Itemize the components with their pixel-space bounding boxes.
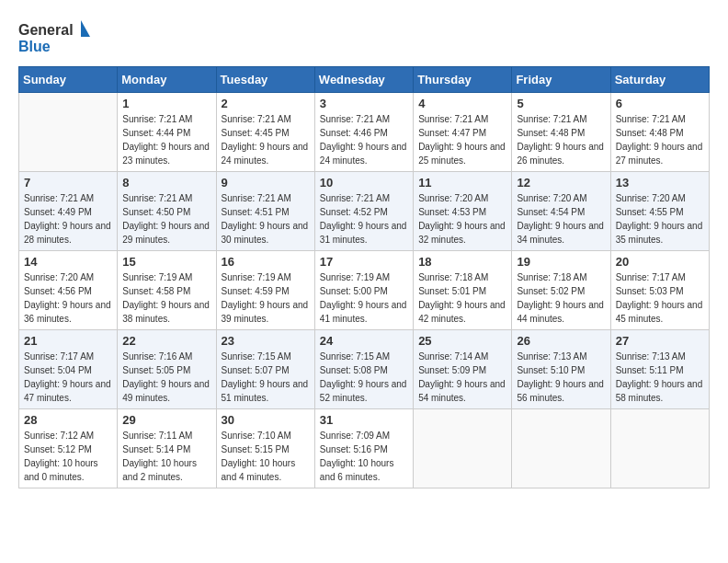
day-number: 8: [122, 176, 210, 190]
day-detail: Sunrise: 7:21 AMSunset: 4:49 PMDaylight:…: [24, 191, 112, 247]
day-number: 6: [616, 97, 704, 110]
calendar-day-cell: 5Sunrise: 7:21 AMSunset: 4:48 PMDaylight…: [512, 93, 610, 172]
day-number: 19: [517, 255, 605, 269]
day-number: 30: [222, 413, 310, 427]
day-detail: Sunrise: 7:14 AMSunset: 5:09 PMDaylight:…: [418, 350, 506, 405]
calendar-day-cell: 26Sunrise: 7:13 AMSunset: 5:10 PMDayligh…: [512, 330, 610, 409]
calendar-day-cell: 8Sunrise: 7:21 AMSunset: 4:50 PMDaylight…: [118, 172, 216, 251]
calendar-day-cell: 12Sunrise: 7:20 AMSunset: 4:54 PMDayligh…: [512, 172, 610, 251]
day-number: 24: [320, 334, 408, 348]
calendar-day-cell: 9Sunrise: 7:21 AMSunset: 4:51 PMDaylight…: [216, 172, 314, 251]
calendar-table: SundayMondayTuesdayWednesdayThursdayFrid…: [18, 66, 710, 488]
day-detail: Sunrise: 7:16 AMSunset: 5:05 PMDaylight:…: [122, 350, 210, 405]
day-number: 14: [24, 255, 112, 269]
day-detail: Sunrise: 7:13 AMSunset: 5:10 PMDaylight:…: [517, 350, 605, 405]
day-number: 5: [517, 97, 605, 110]
day-detail: Sunrise: 7:21 AMSunset: 4:44 PMDaylight:…: [122, 112, 210, 167]
day-number: 11: [418, 176, 506, 190]
day-detail: Sunrise: 7:17 AMSunset: 5:04 PMDaylight:…: [24, 350, 112, 405]
calendar-day-cell: 23Sunrise: 7:15 AMSunset: 5:07 PMDayligh…: [216, 330, 314, 409]
day-of-week-header: Thursday: [414, 67, 512, 93]
day-detail: Sunrise: 7:19 AMSunset: 4:58 PMDaylight:…: [122, 270, 210, 326]
day-number: 18: [418, 255, 506, 269]
day-detail: Sunrise: 7:09 AMSunset: 5:16 PMDaylight:…: [320, 429, 408, 484]
calendar-day-cell: 27Sunrise: 7:13 AMSunset: 5:11 PMDayligh…: [610, 330, 709, 409]
calendar-day-cell: 29Sunrise: 7:11 AMSunset: 5:14 PMDayligh…: [118, 409, 216, 488]
day-detail: Sunrise: 7:20 AMSunset: 4:56 PMDaylight:…: [24, 270, 112, 326]
day-detail: Sunrise: 7:21 AMSunset: 4:48 PMDaylight:…: [517, 112, 605, 167]
calendar-day-cell: 21Sunrise: 7:17 AMSunset: 5:04 PMDayligh…: [19, 330, 118, 409]
day-number: 29: [122, 413, 210, 427]
day-number: 7: [24, 176, 112, 190]
day-detail: Sunrise: 7:21 AMSunset: 4:46 PMDaylight:…: [320, 112, 408, 167]
day-detail: Sunrise: 7:10 AMSunset: 5:15 PMDaylight:…: [222, 429, 310, 484]
svg-text:Blue: Blue: [18, 39, 51, 54]
day-number: 21: [24, 334, 112, 348]
svg-text:General: General: [18, 22, 74, 38]
day-number: 28: [24, 413, 112, 427]
day-detail: Sunrise: 7:20 AMSunset: 4:55 PMDaylight:…: [616, 191, 704, 247]
day-detail: Sunrise: 7:20 AMSunset: 4:54 PMDaylight:…: [517, 191, 605, 247]
calendar-header-row: SundayMondayTuesdayWednesdayThursdayFrid…: [19, 67, 710, 93]
calendar-day-cell: 16Sunrise: 7:19 AMSunset: 4:59 PMDayligh…: [216, 251, 314, 330]
day-number: 2: [222, 97, 310, 110]
day-number: 23: [222, 334, 310, 348]
day-detail: Sunrise: 7:20 AMSunset: 4:53 PMDaylight:…: [418, 191, 506, 247]
day-of-week-header: Wednesday: [314, 67, 413, 93]
calendar-day-cell: 11Sunrise: 7:20 AMSunset: 4:53 PMDayligh…: [414, 172, 512, 251]
calendar-day-cell: 10Sunrise: 7:21 AMSunset: 4:52 PMDayligh…: [314, 172, 413, 251]
day-detail: Sunrise: 7:17 AMSunset: 5:03 PMDaylight:…: [616, 270, 704, 326]
calendar-day-cell: 24Sunrise: 7:15 AMSunset: 5:08 PMDayligh…: [314, 330, 413, 409]
day-detail: Sunrise: 7:18 AMSunset: 5:02 PMDaylight:…: [517, 270, 605, 326]
calendar-week-row: 7Sunrise: 7:21 AMSunset: 4:49 PMDaylight…: [19, 172, 710, 251]
calendar-day-cell: 30Sunrise: 7:10 AMSunset: 5:15 PMDayligh…: [216, 409, 314, 488]
calendar-week-row: 1Sunrise: 7:21 AMSunset: 4:44 PMDaylight…: [19, 93, 710, 172]
calendar-day-cell: 3Sunrise: 7:21 AMSunset: 4:46 PMDaylight…: [314, 93, 413, 172]
calendar-day-cell: 13Sunrise: 7:20 AMSunset: 4:55 PMDayligh…: [610, 172, 709, 251]
day-number: 27: [616, 334, 704, 348]
calendar-week-row: 21Sunrise: 7:17 AMSunset: 5:04 PMDayligh…: [19, 330, 710, 409]
calendar-day-cell: [414, 409, 512, 488]
day-number: 3: [320, 97, 408, 110]
calendar-day-cell: 18Sunrise: 7:18 AMSunset: 5:01 PMDayligh…: [414, 251, 512, 330]
day-number: 22: [122, 334, 210, 348]
day-number: 1: [122, 97, 210, 110]
svg-marker-2: [81, 20, 90, 37]
day-detail: Sunrise: 7:18 AMSunset: 5:01 PMDaylight:…: [418, 270, 506, 326]
calendar-day-cell: 2Sunrise: 7:21 AMSunset: 4:45 PMDaylight…: [216, 93, 314, 172]
day-detail: Sunrise: 7:21 AMSunset: 4:47 PMDaylight:…: [418, 112, 506, 167]
day-number: 17: [320, 255, 408, 269]
calendar-day-cell: [512, 409, 610, 488]
day-detail: Sunrise: 7:11 AMSunset: 5:14 PMDaylight:…: [122, 429, 210, 484]
day-detail: Sunrise: 7:19 AMSunset: 5:00 PMDaylight:…: [320, 270, 408, 326]
calendar-day-cell: 17Sunrise: 7:19 AMSunset: 5:00 PMDayligh…: [314, 251, 413, 330]
calendar-day-cell: 1Sunrise: 7:21 AMSunset: 4:44 PMDaylight…: [118, 93, 216, 172]
day-of-week-header: Saturday: [610, 67, 709, 93]
day-number: 9: [222, 176, 310, 190]
day-number: 31: [320, 413, 408, 427]
logo: GeneralBlue: [18, 18, 92, 57]
logo-svg: GeneralBlue: [18, 18, 92, 57]
day-detail: Sunrise: 7:21 AMSunset: 4:48 PMDaylight:…: [616, 112, 704, 167]
day-of-week-header: Monday: [118, 67, 216, 93]
calendar-day-cell: [19, 93, 118, 172]
calendar-day-cell: 15Sunrise: 7:19 AMSunset: 4:58 PMDayligh…: [118, 251, 216, 330]
calendar-day-cell: 20Sunrise: 7:17 AMSunset: 5:03 PMDayligh…: [610, 251, 709, 330]
calendar-day-cell: 19Sunrise: 7:18 AMSunset: 5:02 PMDayligh…: [512, 251, 610, 330]
day-number: 10: [320, 176, 408, 190]
day-detail: Sunrise: 7:15 AMSunset: 5:08 PMDaylight:…: [320, 350, 408, 405]
day-detail: Sunrise: 7:21 AMSunset: 4:50 PMDaylight:…: [122, 191, 210, 247]
day-of-week-header: Friday: [512, 67, 610, 93]
calendar-day-cell: 14Sunrise: 7:20 AMSunset: 4:56 PMDayligh…: [19, 251, 118, 330]
calendar-day-cell: [610, 409, 709, 488]
day-detail: Sunrise: 7:21 AMSunset: 4:51 PMDaylight:…: [222, 191, 310, 247]
calendar-day-cell: 28Sunrise: 7:12 AMSunset: 5:12 PMDayligh…: [19, 409, 118, 488]
calendar-day-cell: 25Sunrise: 7:14 AMSunset: 5:09 PMDayligh…: [414, 330, 512, 409]
calendar-day-cell: 6Sunrise: 7:21 AMSunset: 4:48 PMDaylight…: [610, 93, 709, 172]
day-number: 16: [222, 255, 310, 269]
calendar-week-row: 28Sunrise: 7:12 AMSunset: 5:12 PMDayligh…: [19, 409, 710, 488]
day-detail: Sunrise: 7:21 AMSunset: 4:45 PMDaylight:…: [222, 112, 310, 167]
day-number: 13: [616, 176, 704, 190]
day-detail: Sunrise: 7:19 AMSunset: 4:59 PMDaylight:…: [222, 270, 310, 326]
day-detail: Sunrise: 7:13 AMSunset: 5:11 PMDaylight:…: [616, 350, 704, 405]
